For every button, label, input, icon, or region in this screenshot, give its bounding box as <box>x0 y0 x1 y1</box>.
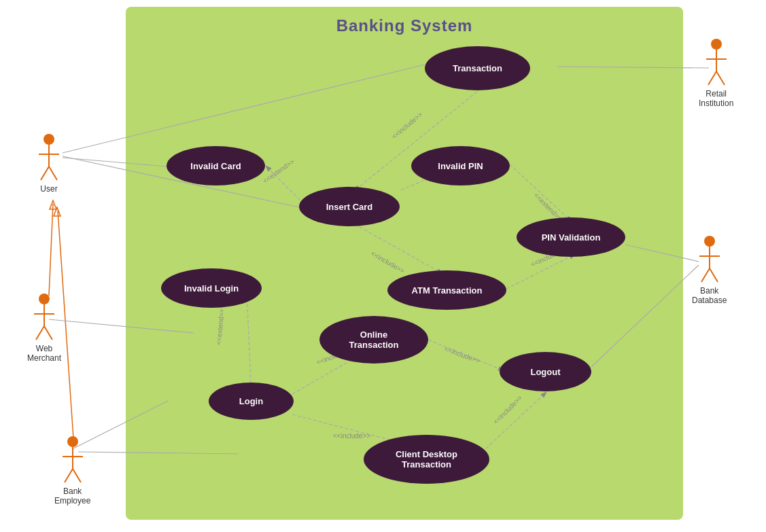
use-case-atm-transaction[interactable]: ATM Transaction <box>387 270 506 310</box>
actor-bank-employee: BankEmployee <box>54 435 90 506</box>
svg-line-41 <box>428 340 503 370</box>
svg-line-31 <box>355 224 442 273</box>
svg-line-45 <box>486 393 546 448</box>
svg-line-18 <box>708 71 716 85</box>
diagram-container: Banking System <<include>> <<extend>> <<… <box>126 7 683 520</box>
use-case-invalid-login[interactable]: Invalid Login <box>161 268 262 308</box>
actor-retail-institution-label: RetailInstitution <box>699 89 733 108</box>
svg-marker-53 <box>54 207 60 216</box>
svg-text:<<include>>: <<include>> <box>390 111 423 141</box>
svg-line-19 <box>716 71 725 85</box>
svg-line-33 <box>510 164 571 221</box>
svg-point-15 <box>711 39 722 50</box>
actor-web-merchant: WebMerchant <box>27 292 61 363</box>
svg-line-35 <box>506 255 574 289</box>
actor-retail-institution: RetailInstitution <box>699 37 733 108</box>
svg-text:<<include>>: <<include>> <box>492 394 524 426</box>
svg-line-8 <box>36 326 44 340</box>
svg-line-14 <box>73 469 81 482</box>
svg-line-3 <box>41 166 49 180</box>
svg-text:<<include>>: <<include>> <box>370 249 406 274</box>
svg-text:<<include>>: <<include>> <box>443 345 481 365</box>
use-case-transaction[interactable]: Transaction <box>425 46 530 90</box>
use-case-invalid-pin[interactable]: Invalid PIN <box>411 146 510 185</box>
svg-text:<<extend>>: <<extend>> <box>262 158 296 185</box>
svg-point-10 <box>67 436 78 447</box>
use-case-online-transaction[interactable]: Online Transaction <box>319 316 428 363</box>
svg-text:<<extend>>: <<extend>> <box>215 308 226 345</box>
svg-text:<<include>>: <<include>> <box>333 432 370 440</box>
svg-point-0 <box>43 134 54 145</box>
svg-line-13 <box>65 469 73 482</box>
actor-bank-employee-label: BankEmployee <box>54 486 90 506</box>
use-case-login[interactable]: Login <box>209 383 294 420</box>
svg-marker-51 <box>50 200 56 209</box>
svg-line-4 <box>49 166 57 180</box>
svg-line-24 <box>710 268 718 282</box>
svg-line-23 <box>701 268 710 282</box>
svg-line-50 <box>49 204 53 296</box>
svg-point-5 <box>39 294 50 304</box>
svg-line-27 <box>266 166 304 204</box>
diagram-title: Banking System <box>126 7 683 35</box>
use-case-logout[interactable]: Logout <box>500 352 591 391</box>
svg-point-20 <box>704 236 715 247</box>
actor-bank-database-label: BankDatabase <box>692 286 727 305</box>
actor-user-label: User <box>40 184 57 194</box>
use-case-invalid-card[interactable]: Invalid Card <box>167 146 265 185</box>
svg-line-9 <box>44 326 52 340</box>
actor-bank-database: BankDatabase <box>692 234 727 305</box>
use-case-insert-card[interactable]: Insert Card <box>299 187 400 226</box>
use-case-pin-validation[interactable]: PIN Validation <box>517 217 625 257</box>
actor-web-merchant-label: WebMerchant <box>27 344 61 363</box>
use-case-client-desktop-transaction[interactable]: Client Desktop Transaction <box>364 435 489 484</box>
actor-user: User <box>35 132 63 194</box>
